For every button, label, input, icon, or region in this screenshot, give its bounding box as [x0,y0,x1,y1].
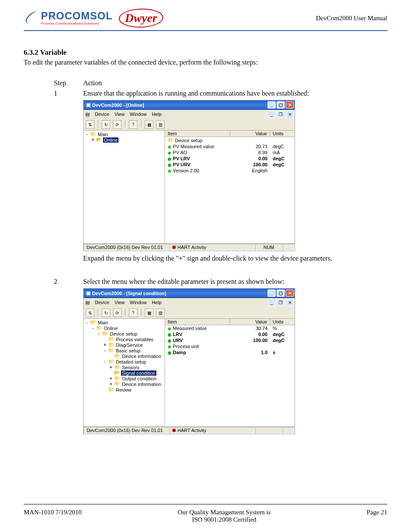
var-icon: ◉ [168,326,171,331]
folder-icon: 📁 [114,353,120,359]
toolbar-button[interactable]: ⇅ [86,308,94,317]
status-num [255,427,283,434]
screenshot-online: ▣ DevCom2000 - [Online] _ ▢ ✕ ▤ Device V… [83,100,295,251]
folder-icon: 📁 [90,320,96,325]
col-units[interactable]: Units [270,319,295,325]
mdi-restore-button[interactable]: ❐ [277,111,285,118]
menu-device[interactable]: Device [95,112,109,117]
mdi-minimize-button[interactable]: _ [268,111,276,118]
mdi-restore-button[interactable]: ❐ [277,299,285,306]
close-button[interactable]: ✕ [286,289,294,297]
var-icon: ◉ [168,162,171,167]
toolbar-button[interactable]: ⇅ [86,120,94,129]
section-heading: 6.3.2 Variable [24,48,387,57]
var-icon: ◉ [168,338,171,343]
titlebar[interactable]: ▣ DevCom2000 - [Signal condition] _ ▢ ✕ [84,289,295,298]
mdi-close-button[interactable]: ✕ [286,299,294,306]
col-value[interactable]: Value [230,319,270,325]
resize-grip[interactable] [283,244,295,251]
doc-icon: ▤ [85,112,90,117]
col-step: Step [54,79,71,87]
toolbar-button[interactable]: ▦ [145,120,153,129]
folder-icon: 📁 [108,387,114,392]
resize-grip[interactable] [283,427,295,434]
tree-item[interactable]: -📁Main [84,320,164,325]
list-item[interactable]: PV URV [173,162,190,167]
tree-item[interactable]: 📁Process variables [84,336,164,342]
maximize-button[interactable]: ▢ [277,101,285,109]
folder-icon: 📁 [108,359,114,364]
folder-icon: 📂 [114,370,120,376]
folder-icon: 📁 [108,348,114,353]
minimize-button[interactable]: _ [268,101,276,109]
tree-item[interactable]: -📁Online [84,325,164,331]
col-units[interactable]: Units [270,131,295,137]
tree-item[interactable]: -📁Detailed setup [84,359,164,364]
toolbar-button[interactable]: ▥ [156,308,165,317]
tree-item[interactable]: 📂Signal condition [84,370,164,376]
list-item[interactable]: URV [173,338,183,343]
toolbar-button[interactable]: ⟳ [113,120,121,129]
list-item[interactable]: Measured value [173,326,206,331]
tree-view[interactable]: -📁Main +📂Online [84,131,165,243]
toolbar-button[interactable]: ↻ [102,120,110,129]
hart-activity-icon [172,429,176,432]
toolbar-button[interactable]: ⟳ [113,308,121,317]
tree-root[interactable]: Main [97,132,109,137]
list-item[interactable]: Device setup [175,138,202,143]
close-button[interactable]: ✕ [286,101,294,109]
var-icon: ◉ [168,156,171,161]
var-icon: ◉ [168,344,171,349]
menu-help[interactable]: Help [152,300,162,305]
list-item[interactable]: Version 2.00 [173,168,199,173]
toolbar-button[interactable]: ▥ [156,120,165,129]
tree-item[interactable]: +📁Device information [84,381,164,387]
col-item[interactable]: Item [165,131,230,137]
tree-item[interactable]: 📁Device information [84,353,164,359]
menu-window[interactable]: Window [130,112,146,117]
step-number: 2 [54,278,71,438]
manual-title: DevCom2000 User Manual [316,15,387,22]
toolbar-button[interactable]: ? [129,308,137,317]
minimize-button[interactable]: _ [268,289,276,297]
tree-item[interactable]: +📁Diag/Service [84,342,164,348]
mdi-minimize-button[interactable]: _ [268,299,276,306]
app-icon: ▣ [86,290,90,296]
list-view[interactable]: Item Value Units ◉Measured value30.74% ◉… [165,319,295,426]
list-item[interactable]: PV AO [173,150,187,155]
toolbar-button[interactable]: ? [129,120,137,129]
tree-item[interactable]: 📁Review [84,387,164,392]
tree-online[interactable]: Online [103,137,118,143]
doc-icon: ▤ [85,300,90,305]
footer-page: Page 21 [367,509,387,523]
list-view[interactable]: Item Value Units 📁Device setup ◉PV Measu… [165,131,295,243]
menu-window[interactable]: Window [130,300,146,305]
procomsol-logo: PROCOMSOL Process Communications Solutio… [24,10,112,26]
folder-icon: 📁 [96,325,102,331]
tree-item[interactable]: +📁Sensors [84,364,164,370]
titlebar[interactable]: ▣ DevCom2000 - [Online] _ ▢ ✕ [84,100,295,110]
menu-help[interactable]: Help [152,112,162,117]
footer-left: MAN-1010 7/19/2010 [24,509,82,523]
list-item[interactable]: Damp [173,350,186,355]
menu-view[interactable]: View [115,300,125,305]
toolbar-button[interactable]: ▦ [145,308,153,317]
menu-view[interactable]: View [115,112,125,117]
maximize-button[interactable]: ▢ [277,289,285,297]
tree-item[interactable]: +📁Output condition [84,376,164,381]
footer-center-2: ISO 9001:2008 Certified [82,516,367,523]
tree-view[interactable]: -📁Main-📁Online-📁Device setup📁Process var… [84,319,165,426]
list-item[interactable]: LRV [173,332,182,337]
col-item[interactable]: Item [165,319,230,325]
folder-icon: 📁 [114,381,120,387]
tree-item[interactable]: -📁Basic setup [84,348,164,353]
mdi-close-button[interactable]: ✕ [286,111,294,118]
list-item[interactable]: PV LRV [173,156,190,161]
toolbar-button[interactable]: ↻ [102,308,110,317]
menu-device[interactable]: Device [95,300,109,305]
tree-item[interactable]: -📁Device setup [84,331,164,336]
list-item[interactable]: PV Measured value [173,144,214,149]
col-value[interactable]: Value [230,131,270,137]
list-item[interactable]: Process unit [173,344,199,349]
folder-icon: 📁 [114,364,120,370]
